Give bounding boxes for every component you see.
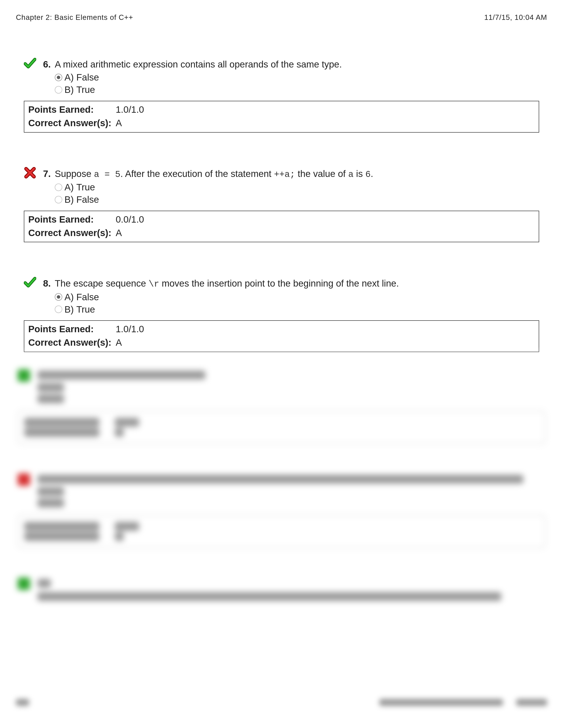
option-label: False xyxy=(76,291,99,303)
points-earned-value: 1.0/1.0 xyxy=(116,323,144,336)
radio-icon xyxy=(55,196,62,203)
question-prompt: A mixed arithmetic expression contains a… xyxy=(55,58,539,70)
result-box: Points Earned: 1.0/1.0 Correct Answer(s)… xyxy=(24,101,539,133)
points-earned-label: Points Earned: xyxy=(28,323,116,336)
option-label: True xyxy=(76,304,95,315)
question-8: 8. The escape sequence \r moves the inse… xyxy=(24,278,539,352)
radio-icon xyxy=(55,293,62,301)
radio-icon xyxy=(55,86,62,94)
page-footer xyxy=(16,699,547,706)
correct-answer-value: A xyxy=(116,226,122,240)
result-box: Points Earned: 1.0/1.0 Correct Answer(s)… xyxy=(24,320,539,352)
page-header: Chapter 2: Basic Elements of C++ 11/7/15… xyxy=(16,13,547,22)
option-letter: B) xyxy=(64,194,74,206)
option-a[interactable]: A) False xyxy=(55,71,539,84)
correct-answer-value: A xyxy=(116,336,122,349)
question-prompt: Suppose a = 5. After the execution of th… xyxy=(55,168,539,180)
option-letter: A) xyxy=(64,291,74,303)
checkmark-icon xyxy=(24,276,36,289)
correct-answer-value: A xyxy=(116,116,122,130)
question-number: 7. xyxy=(39,168,51,180)
locked-preview xyxy=(18,371,545,601)
question-number: 8. xyxy=(39,278,51,289)
question-list: 6. A mixed arithmetic expression contain… xyxy=(24,58,539,387)
question-number: 6. xyxy=(39,58,51,70)
points-earned-label: Points Earned: xyxy=(28,213,116,226)
checkmark-icon xyxy=(24,57,36,69)
option-b[interactable]: B) True xyxy=(55,303,539,315)
points-earned-value: 0.0/1.0 xyxy=(116,213,144,226)
option-b[interactable]: B) False xyxy=(55,193,539,206)
option-label: False xyxy=(76,194,99,206)
correct-answer-label: Correct Answer(s): xyxy=(28,336,116,349)
option-letter: A) xyxy=(64,181,74,193)
cross-icon xyxy=(24,167,36,179)
radio-icon xyxy=(55,184,62,191)
page-title: Chapter 2: Basic Elements of C++ xyxy=(16,13,133,22)
radio-icon xyxy=(55,74,62,81)
points-earned-value: 1.0/1.0 xyxy=(116,103,144,116)
option-label: True xyxy=(76,181,95,193)
option-letter: B) xyxy=(64,304,74,315)
points-earned-label: Points Earned: xyxy=(28,103,116,116)
option-b[interactable]: B) True xyxy=(55,84,539,96)
question-prompt: The escape sequence \r moves the inserti… xyxy=(55,278,539,290)
option-letter: B) xyxy=(64,84,74,96)
question-7: 7. Suppose a = 5. After the execution of… xyxy=(24,168,539,242)
option-a[interactable]: A) False xyxy=(55,291,539,303)
option-label: True xyxy=(76,84,95,96)
correct-answer-label: Correct Answer(s): xyxy=(28,116,116,130)
option-label: False xyxy=(76,71,99,83)
option-letter: A) xyxy=(64,71,74,83)
correct-answer-label: Correct Answer(s): xyxy=(28,226,116,240)
page-timestamp: 11/7/15, 10:04 AM xyxy=(484,13,547,22)
question-6: 6. A mixed arithmetic expression contain… xyxy=(24,58,539,133)
radio-icon xyxy=(55,306,62,313)
option-a[interactable]: A) True xyxy=(55,181,539,193)
result-box: Points Earned: 0.0/1.0 Correct Answer(s)… xyxy=(24,211,539,242)
